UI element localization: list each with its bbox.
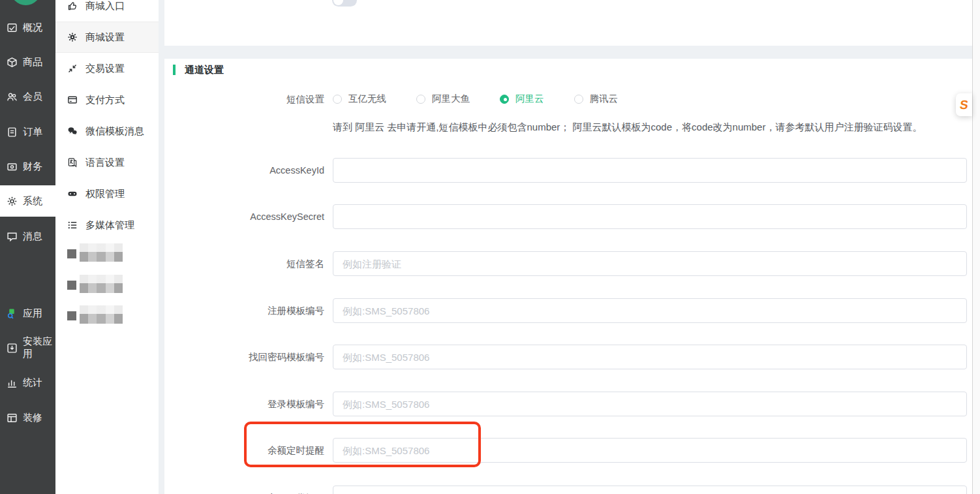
field-label: 商品发货提醒 [164, 486, 324, 494]
censored-item-text [80, 305, 123, 324]
field-label: AccessKeySecret [164, 204, 324, 229]
submenu-item-trade-settings[interactable]: 交易设置 [55, 53, 159, 84]
form-row-register-template: 注册模板编号 [164, 298, 972, 323]
finance-icon [7, 161, 18, 172]
submenu-item-censored-1[interactable] [67, 243, 123, 262]
submenu-item-censored-3[interactable] [67, 305, 123, 324]
form-row-login-template: 登录模板编号 [164, 392, 972, 416]
sidebar-item-label: 系统 [23, 195, 42, 208]
scrollbar-track[interactable] [972, 0, 980, 494]
submenu-item-mall-settings[interactable]: 商城设置 [55, 22, 159, 53]
submenu-item-label: 商城设置 [85, 31, 125, 44]
sms-helper-text: 请到 阿里云 去申请开通,短信模板中必须包含number； 阿里云默认模板为co… [333, 121, 922, 134]
radio-label: 腾讯云 [590, 93, 619, 105]
card-separator [159, 46, 972, 59]
sidebar-item-overview[interactable]: 概况 [0, 14, 55, 40]
trade-settings-icon [67, 63, 78, 74]
partial-toggle-switch[interactable] [332, 0, 357, 7]
sidebar-item-label: 商品 [23, 56, 42, 69]
channel-settings-card: 通道设置 短信设置 互亿无线 阿里大鱼 阿里云 腾讯云 [164, 59, 972, 494]
login-template-input[interactable] [333, 392, 967, 416]
balance-reminder-input[interactable] [333, 438, 967, 463]
permission-icon [67, 189, 78, 199]
radio-circle[interactable] [416, 95, 425, 104]
mall-entry-icon [67, 1, 78, 11]
mall-settings-gear-icon [67, 32, 78, 42]
sms-signature-input[interactable] [333, 251, 967, 276]
password-recovery-template-input[interactable] [333, 345, 967, 369]
submenu-item-permission-management[interactable]: 权限管理 [55, 178, 159, 209]
radio-circle[interactable] [500, 95, 509, 104]
submenu-item-payment-methods[interactable]: 支付方式 [55, 84, 159, 116]
sidebar-item-label: 会员 [23, 91, 42, 103]
sidebar-item-orders[interactable]: 订单 [0, 119, 55, 145]
shipping-reminder-input[interactable] [333, 486, 967, 494]
radio-aliyun-selected[interactable]: 阿里云 [500, 93, 544, 105]
form-row-balance-reminder: 余额定时提醒 [164, 438, 972, 463]
sidebar-item-members[interactable]: 会员 [0, 84, 55, 110]
decorate-icon [7, 412, 18, 424]
submenu-item-mall-entry[interactable]: 商城入口 [55, 0, 159, 22]
radio-huyi-wireless[interactable]: 互亿无线 [333, 93, 386, 105]
censored-item-icon [67, 281, 76, 290]
submenu-item-label: 交易设置 [85, 63, 125, 75]
app-root: 概况 商品 会员 订单 财务 系统 [0, 0, 980, 494]
widget-s-logo: S [959, 98, 970, 112]
sidebar-item-install-apps[interactable]: 安装应用 [0, 335, 55, 361]
orders-icon [7, 127, 18, 138]
sidebar-item-messages[interactable]: 消息 [0, 223, 55, 249]
radio-tencent-cloud[interactable]: 腾讯云 [574, 93, 619, 105]
sidebar-item-label: 应用 [23, 307, 42, 320]
sidebar-item-label: 概况 [23, 22, 42, 34]
submenu-item-label: 微信模板消息 [85, 125, 144, 138]
submenu-item-label: 多媒体管理 [85, 219, 134, 232]
submenu-item-label: 语言设置 [85, 157, 125, 169]
accesskeysecret-input[interactable] [333, 204, 967, 229]
sms-provider-row: 短信设置 互亿无线 阿里大鱼 阿里云 腾讯云 [164, 93, 972, 106]
sidebar-item-decorate[interactable]: 装修 [0, 405, 55, 431]
sidebar-item-finance[interactable]: 财务 [0, 153, 55, 179]
radio-circle[interactable] [574, 95, 583, 104]
section-header: 通道设置 [173, 63, 224, 77]
form-row-accesskeysecret: AccessKeySecret [164, 204, 972, 229]
submenu-item-media-management[interactable]: 多媒体管理 [55, 209, 159, 241]
field-label: 余额定时提醒 [164, 438, 324, 463]
overview-icon [7, 22, 18, 33]
field-label: 注册模板编号 [164, 298, 324, 323]
field-label: 找回密码模板编号 [164, 345, 324, 369]
sidebar-item-system[interactable]: 系统 [0, 185, 55, 217]
register-template-input[interactable] [333, 298, 967, 323]
floating-side-widget[interactable]: S [956, 93, 972, 116]
section-title: 通道设置 [185, 64, 224, 76]
field-label: 登录模板编号 [164, 392, 324, 416]
accesskeyid-input[interactable] [333, 158, 967, 183]
wechat-template-icon [67, 126, 78, 136]
radio-ali-dayu[interactable]: 阿里大鱼 [416, 93, 470, 105]
sidebar-item-apps[interactable]: 应用 [0, 300, 55, 326]
sms-provider-radio-group: 互亿无线 阿里大鱼 阿里云 腾讯云 [333, 93, 618, 105]
sidebar-item-goods[interactable]: 商品 [0, 49, 55, 75]
radio-label: 阿里云 [515, 93, 544, 105]
app-logo [10, 0, 41, 5]
censored-item-icon [67, 249, 76, 258]
payment-card-icon [67, 95, 78, 105]
censored-item-text [80, 275, 123, 293]
sidebar-item-statistics[interactable]: 统计 [0, 369, 55, 395]
submenu-item-wechat-template-messages[interactable]: 微信模板消息 [55, 116, 159, 147]
field-label: 短信签名 [164, 251, 324, 276]
members-icon [7, 91, 18, 102]
radio-label: 阿里大鱼 [432, 93, 470, 105]
radio-circle[interactable] [333, 95, 342, 104]
apps-icon [7, 308, 18, 319]
system-gear-icon [7, 196, 18, 207]
message-icon [7, 231, 18, 242]
form-row-shipping-reminder: 商品发货提醒 [164, 486, 972, 494]
submenu-item-censored-2[interactable] [67, 275, 123, 293]
sms-settings-label: 短信设置 [164, 93, 324, 106]
submenu-item-language-settings[interactable]: 语言设置 [55, 147, 159, 178]
media-list-icon [67, 220, 78, 230]
field-label: AccessKeyId [164, 158, 324, 183]
main-sidebar: 概况 商品 会员 订单 财务 系统 [0, 0, 55, 494]
sidebar-item-label: 消息 [23, 230, 42, 243]
settings-submenu: 商城入口 商城设置 交易设置 支付方式 微信模板消息 语言设置 [55, 0, 159, 494]
